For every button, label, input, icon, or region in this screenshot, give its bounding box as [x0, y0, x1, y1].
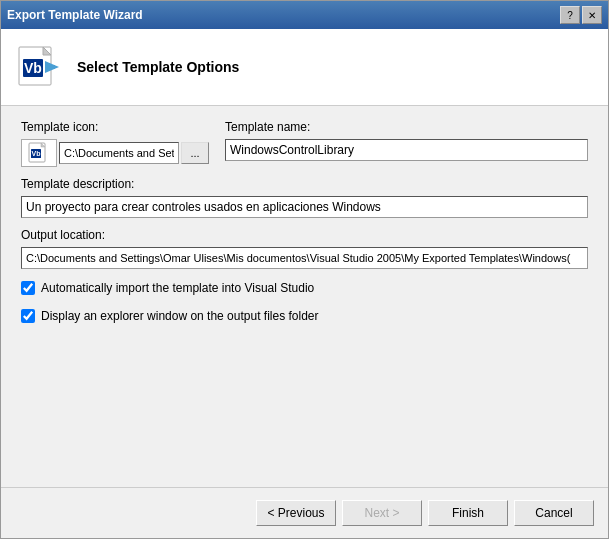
icon-preview-svg: Vb — [27, 141, 51, 165]
cancel-button[interactable]: Cancel — [514, 500, 594, 526]
template-icon-group: Template icon: Vb ... — [21, 120, 209, 167]
main-section: Template icon: Vb ... — [1, 106, 608, 487]
browse-button[interactable]: ... — [181, 142, 209, 164]
checkbox1-row: Automatically import the template into V… — [21, 279, 588, 297]
svg-rect-5 — [45, 65, 55, 69]
checkbox2-row: Display an explorer window on the output… — [21, 307, 588, 325]
auto-import-checkbox[interactable] — [21, 281, 35, 295]
close-button[interactable]: ✕ — [582, 6, 602, 24]
header-section: Vb Select Template Options — [1, 29, 608, 106]
template-icon-label: Template icon: — [21, 120, 209, 134]
header-title: Select Template Options — [77, 59, 239, 75]
wizard-icon: Vb — [15, 43, 63, 91]
previous-button[interactable]: < Previous — [256, 500, 336, 526]
output-location-label: Output location: — [21, 228, 588, 242]
template-name-input[interactable] — [225, 139, 588, 161]
finish-button[interactable]: Finish — [428, 500, 508, 526]
output-location-input[interactable] — [21, 247, 588, 269]
description-label: Template description: — [21, 177, 588, 191]
icon-preview: Vb — [21, 139, 57, 167]
footer: < Previous Next > Finish Cancel — [1, 487, 608, 538]
spacer — [21, 335, 588, 473]
icon-input-row: Vb ... — [21, 139, 209, 167]
output-group: Output location: — [21, 228, 588, 269]
title-bar-text: Export Template Wizard — [7, 8, 143, 22]
wizard-icon-svg: Vb — [15, 43, 63, 91]
svg-text:Vb: Vb — [24, 60, 42, 76]
explorer-window-checkbox[interactable] — [21, 309, 35, 323]
help-button[interactable]: ? — [560, 6, 580, 24]
template-icon-path-input[interactable] — [59, 142, 179, 164]
template-name-label: Template name: — [225, 120, 588, 134]
title-bar: Export Template Wizard ? ✕ — [1, 1, 608, 29]
svg-text:Vb: Vb — [32, 150, 41, 157]
explorer-window-label: Display an explorer window on the output… — [41, 309, 319, 323]
description-group: Template description: — [21, 177, 588, 218]
dialog-content: Vb Select Template Options Template icon… — [1, 29, 608, 538]
title-bar-controls: ? ✕ — [560, 6, 602, 24]
next-button[interactable]: Next > — [342, 500, 422, 526]
template-name-group: Template name: — [225, 120, 588, 161]
dialog-window: Export Template Wizard ? ✕ Vb — [0, 0, 609, 539]
description-input[interactable] — [21, 196, 588, 218]
auto-import-label: Automatically import the template into V… — [41, 281, 314, 295]
icon-name-row: Template icon: Vb ... — [21, 120, 588, 167]
